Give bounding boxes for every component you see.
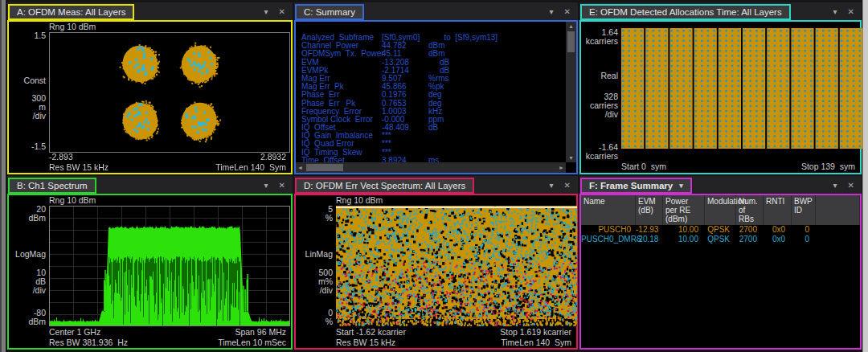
y-axis-per-div: 328carriers/div <box>581 92 618 119</box>
frame-summary-header-cell[interactable]: Modulation <box>705 195 736 225</box>
panel-c-menu-icon[interactable]: ▾ <box>550 7 554 16</box>
cell-name: PUSCH0_DMRS <box>581 235 636 244</box>
summary-unit: ms <box>428 157 566 162</box>
y-axis-per-div: 10dB/div <box>9 268 46 295</box>
panel-c-close-icon[interactable]: ✕ <box>564 7 571 16</box>
y-axis-min: 0% <box>296 309 333 326</box>
summary-value: 3.8924 <box>382 157 428 162</box>
panel-e-close-icon[interactable]: ✕ <box>848 7 854 16</box>
cell-num-rbs: 2700 <box>736 225 764 235</box>
constellation-plot[interactable] <box>49 32 290 153</box>
cell-filler <box>816 225 860 235</box>
y-axis-name: LinMag <box>296 250 333 259</box>
allocations-plot[interactable] <box>621 28 862 149</box>
panel-f-tab[interactable]: F: Frame Summary ▾ <box>580 178 692 194</box>
summary-unit: %rms <box>428 75 566 83</box>
cell-filler <box>816 235 860 244</box>
panel-f-titlebar[interactable]: F: Frame Summary ▾ ▾✕ <box>579 176 862 194</box>
panel-d-tab[interactable]: D: OFDM Err Vect Spectrum: All Layers <box>295 178 474 194</box>
scroll-left-icon[interactable]: ◄ <box>296 163 305 172</box>
summary-unit: %pk <box>428 83 566 91</box>
panel-summary: C: Summary ▾✕ Analyzed Subframe [Sf0,sym… <box>294 2 578 174</box>
summary-row: Time Offset 3.8924 ms <box>301 157 566 162</box>
footer-info: Res BW 15 kHzTimeLen 140 Sym <box>49 162 286 173</box>
summary-value: 0.1976 <box>382 91 428 99</box>
frame-summary-header-cell[interactable]: Name <box>581 195 636 225</box>
panel-e-menu-icon[interactable]: ▾ <box>833 7 837 16</box>
cell-evm: -20.18 <box>636 235 663 244</box>
frame-summary-header-cell[interactable]: RNTI <box>764 195 792 225</box>
summary-unit: dB <box>428 124 566 132</box>
cell-rnti: 0x0 <box>764 235 792 244</box>
panel-b-content: Rng 10 dBm 20dBm LogMag 10dB/div -80dBm … <box>7 194 293 350</box>
vertical-scroll-thumb[interactable] <box>567 31 575 52</box>
scroll-up-icon[interactable]: ▲ <box>567 22 575 31</box>
frame-summary-header-cell[interactable]: Num. ofRBs <box>736 195 764 225</box>
scroll-right-icon[interactable]: ► <box>557 163 566 172</box>
vsa-application-window: A: OFDM Meas: All Layers ▾✕ Rng 10 dBm 1… <box>0 0 868 352</box>
summary-unit: ppm <box>428 116 566 124</box>
panel-a-content: Rng 10 dBm 1.5 Const 300m/div -1.5 -2.89… <box>7 20 293 174</box>
summary-label: Time Offset <box>301 157 382 162</box>
frame-summary-row[interactable]: PUSCH0_DMRS -20.18 10.00 QPSK 2700 0x0 0 <box>581 235 860 244</box>
cell-bwp-id: 0 <box>792 225 816 235</box>
frame-summary-header-cell[interactable]: BWP ID <box>792 195 816 225</box>
window-right-edge <box>862 0 868 352</box>
panel-c-titlebar[interactable]: C: Summary ▾✕ <box>294 2 578 20</box>
frame-summary-header-cell[interactable] <box>816 195 860 225</box>
panel-a-close-icon[interactable]: ✕ <box>279 7 285 16</box>
cell-power-per-re: 10.00 <box>663 225 705 235</box>
panel-f-close-icon[interactable]: ✕ <box>848 181 854 190</box>
panel-a-titlebar[interactable]: A: OFDM Meas: All Layers ▾✕ <box>7 2 293 20</box>
panel-d-title: D: OFDM Err Vect Spectrum: All Layers <box>304 181 465 190</box>
y-axis-per-div: 500m%/div <box>296 268 333 295</box>
panel-c-tab[interactable]: C: Summary <box>295 4 364 20</box>
x-axis-range: Center 1 GHzSpan 96 MHz <box>49 327 286 338</box>
y-axis-name: Real <box>581 72 618 80</box>
panel-f-title: F: Frame Summary <box>589 181 673 190</box>
panel-b-close-icon[interactable]: ✕ <box>279 181 285 190</box>
summary-unit: dBm <box>428 42 566 50</box>
frame-summary-header-cell[interactable]: EVM(dB) <box>636 195 663 225</box>
panel-ofdm-meas: A: OFDM Meas: All Layers ▾✕ Rng 10 dBm 1… <box>7 2 293 174</box>
panel-c-title: C: Summary <box>304 7 355 17</box>
vertical-scrollbar[interactable]: ▲ ▼ <box>566 22 576 162</box>
frame-summary-row[interactable]: PUSCH0 -12.93 10.00 QPSK 2700 0x0 0 <box>581 225 860 235</box>
panel-d-content: Rng 10 dBm 5% LinMag 500m%/div 0% Start … <box>294 194 578 350</box>
frame-summary-body: PUSCH0 -12.93 10.00 QPSK 2700 0x0 0 PUSC… <box>581 225 860 244</box>
y-axis-min: -1.64kcarriers <box>581 143 618 161</box>
cell-bwp-id: 0 <box>792 235 816 244</box>
panel-a-tab[interactable]: A: OFDM Meas: All Layers <box>8 4 134 20</box>
panel-f-menu-icon[interactable]: ▾ <box>833 181 837 190</box>
range-label: Rng 10 dBm <box>49 195 96 206</box>
horizontal-scroll-thumb[interactable] <box>306 164 343 171</box>
summary-unit <box>428 149 566 157</box>
panel-d-close-icon[interactable]: ✕ <box>564 181 571 190</box>
panel-b-title: B: Ch1 Spectrum <box>17 181 88 190</box>
panel-b-tab[interactable]: B: Ch1 Spectrum <box>8 178 96 194</box>
panel-e-title: E: OFDM Detected Allocations Time: All L… <box>589 7 782 17</box>
panel-b-menu-icon[interactable]: ▾ <box>264 181 268 190</box>
panel-b-titlebar[interactable]: B: Ch1 Spectrum ▾✕ <box>7 176 293 194</box>
panel-e-titlebar[interactable]: E: OFDM Detected Allocations Time: All L… <box>579 2 862 20</box>
scroll-down-icon[interactable]: ▼ <box>567 153 575 162</box>
y-axis-min: -80dBm <box>9 309 46 326</box>
frame-summary-header-cell[interactable]: Power per RE(dBm) <box>663 195 705 225</box>
horizontal-scrollbar[interactable]: ◄ ► <box>296 162 566 173</box>
cell-name: PUSCH0 <box>581 225 636 235</box>
x-axis-range: Start 0 symStop 139 sym <box>621 162 855 172</box>
frame-summary-dropdown-icon[interactable]: ▾ <box>679 182 683 190</box>
panel-d-titlebar[interactable]: D: OFDM Err Vect Spectrum: All Layers ▾✕ <box>294 176 578 194</box>
summary-unit: deg <box>428 91 566 99</box>
cell-power-per-re: 10.00 <box>663 235 705 244</box>
y-axis-per-div: 300m/div <box>9 94 46 121</box>
summary-row: Phase Err 0.1976 deg <box>301 91 566 99</box>
evm-spectrum-plot[interactable] <box>336 206 577 326</box>
panel-a-menu-icon[interactable]: ▾ <box>264 7 268 16</box>
x-axis-range: -2.8932.8932 <box>49 152 286 162</box>
range-label: Rng 10 dBm <box>49 22 96 32</box>
panel-d-menu-icon[interactable]: ▾ <box>550 181 554 190</box>
x-axis-range: Start -1.62 kcarrierStop 1.619 kcarrier <box>336 327 571 338</box>
spectrum-plot[interactable] <box>49 206 290 326</box>
panel-e-tab[interactable]: E: OFDM Detected Allocations Time: All L… <box>580 4 791 20</box>
